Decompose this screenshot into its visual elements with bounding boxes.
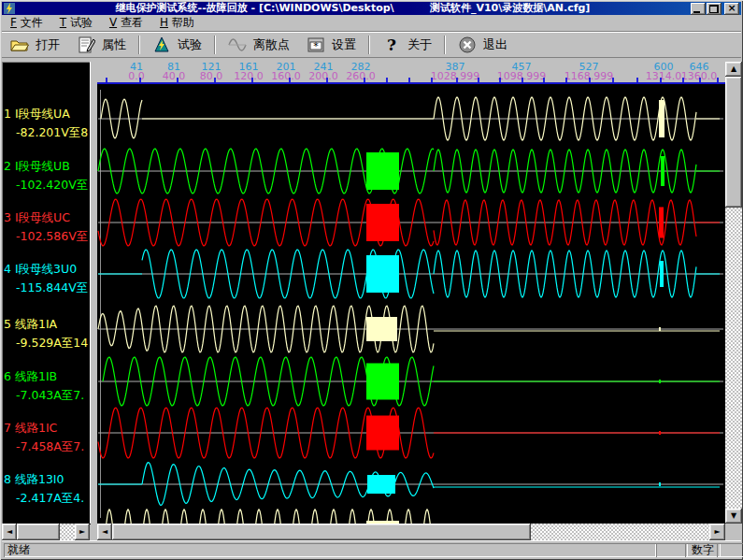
cursor-marker-bar bbox=[659, 482, 661, 486]
menu-item-file[interactable]: F 文件 bbox=[2, 15, 51, 31]
test-button[interactable]: 试验 bbox=[144, 34, 210, 56]
exit-label: 退出 bbox=[483, 36, 507, 53]
menu-bar: F 文件 T 试验 V 查看 H 帮助 bbox=[2, 15, 741, 32]
properties-icon bbox=[77, 36, 95, 54]
discrete-points-button[interactable]: 离散点 bbox=[220, 34, 298, 56]
ruler-time-label: 0.0 bbox=[128, 71, 145, 81]
ruler-tick bbox=[612, 78, 614, 82]
vertical-scrollbar[interactable]: ▲ ▼ bbox=[725, 62, 742, 524]
svg-text:*: * bbox=[313, 40, 319, 52]
discrete-points-icon bbox=[228, 36, 247, 54]
channel-range: -82.201V至8 bbox=[16, 123, 91, 142]
ruler-tick bbox=[589, 78, 591, 82]
channel-range: -115.844V至 bbox=[16, 279, 91, 297]
test-icon bbox=[152, 36, 171, 54]
channel-range: -9.529A至14 bbox=[16, 334, 91, 352]
open-folder-icon bbox=[10, 36, 29, 54]
ruler-tick bbox=[478, 78, 479, 82]
toolbar-separator bbox=[214, 36, 216, 54]
properties-label: 属性 bbox=[102, 36, 126, 53]
menu-key: V bbox=[109, 16, 117, 29]
channel-label: 2 Ⅰ段母线UB-102.420V至 bbox=[4, 157, 91, 194]
toolbar: 打开 属性 试验 离散点 * 设置 bbox=[2, 32, 741, 58]
arrow-right-icon: ► bbox=[79, 528, 85, 536]
scroll-left-button[interactable]: ◄ bbox=[97, 524, 112, 540]
ruler-tick bbox=[660, 78, 662, 82]
ruler-tick bbox=[543, 78, 545, 82]
scroll-up-button[interactable]: ▲ bbox=[725, 62, 742, 77]
label-panel-scrollbar[interactable]: ◄ ► bbox=[2, 524, 90, 540]
scroll-down-button[interactable]: ▼ bbox=[725, 509, 742, 524]
menu-key: T bbox=[60, 16, 66, 29]
ruler-time-label: 120.0 bbox=[234, 71, 264, 81]
toolbar-separator bbox=[444, 36, 446, 54]
channel-label-panel: 1 Ⅰ段母线UA-82.201V至82 Ⅰ段母线UB-102.420V至3 Ⅰ段… bbox=[2, 62, 91, 524]
ruler-tick bbox=[214, 78, 216, 82]
channel-label: 1 Ⅰ段母线UA-82.201V至8 bbox=[4, 105, 91, 142]
ruler-tick bbox=[499, 78, 501, 82]
status-panel-2 bbox=[717, 543, 743, 557]
about-label: 关于 bbox=[407, 36, 432, 53]
restore-icon bbox=[709, 5, 719, 13]
arrow-left-icon: ◄ bbox=[102, 528, 107, 536]
menu-item-view[interactable]: V 查看 bbox=[101, 15, 151, 31]
exit-button[interactable]: 退出 bbox=[450, 34, 516, 56]
channel-label: 3 Ⅰ段母线UC-102.586V至 bbox=[4, 208, 91, 246]
close-button[interactable]: × bbox=[724, 3, 739, 15]
properties-button[interactable]: 属性 bbox=[68, 34, 135, 56]
cursor-marker-bar bbox=[661, 156, 664, 186]
channel-name: 7 线路1IC bbox=[4, 419, 91, 438]
status-panel-1 bbox=[656, 543, 688, 557]
channel-name: 5 线路1IA bbox=[4, 315, 91, 334]
channel-label: 7 线路1IC-7.458A至7. bbox=[4, 419, 91, 456]
open-button[interactable]: 打开 bbox=[2, 34, 68, 56]
ruler-tick bbox=[106, 78, 107, 82]
menu-item-help[interactable]: H 帮助 bbox=[151, 15, 203, 31]
ruler-tick bbox=[364, 78, 365, 82]
menu-item-test[interactable]: T 试验 bbox=[51, 15, 101, 31]
ruler-tick bbox=[565, 78, 567, 82]
ruler-tick bbox=[289, 78, 291, 82]
ruler-tick bbox=[456, 78, 458, 82]
label-scroll-thumb[interactable] bbox=[17, 524, 60, 540]
scrollbar-corner bbox=[725, 524, 742, 540]
channel-marker-square bbox=[366, 416, 399, 451]
waveform-scrollbar[interactable]: ◄ ► bbox=[97, 524, 725, 540]
ruler-time-label: 80.0 bbox=[200, 71, 223, 81]
channel-label: 8 线路13I0-2.417A至4. bbox=[4, 470, 91, 508]
ruler-time-label: 1314.0 bbox=[646, 71, 682, 81]
channel-name: 8 线路13I0 bbox=[4, 470, 91, 489]
restore-button[interactable] bbox=[707, 3, 722, 15]
ruler-time-label: 160.0 bbox=[271, 71, 301, 81]
cursor-marker-bar bbox=[659, 431, 661, 435]
about-icon: ? bbox=[382, 36, 401, 54]
arrow-left-icon: ◄ bbox=[7, 528, 12, 536]
ruler-tick bbox=[699, 78, 701, 82]
vertical-scroll-thumb[interactable] bbox=[725, 77, 742, 208]
about-button[interactable]: ? 关于 bbox=[374, 34, 440, 56]
channel-name: 1 Ⅰ段母线UA bbox=[4, 105, 91, 123]
scroll-right-button[interactable]: ► bbox=[709, 524, 725, 540]
toolbar-separator bbox=[138, 36, 140, 54]
minimize-button[interactable] bbox=[691, 3, 706, 15]
arrow-right-icon: ► bbox=[714, 528, 720, 536]
scroll-left-button[interactable]: ◄ bbox=[2, 524, 17, 540]
ruler-tick bbox=[326, 78, 328, 82]
channel-marker-square bbox=[366, 255, 399, 293]
menu-label: 试验 bbox=[70, 16, 93, 29]
settings-label: 设置 bbox=[332, 36, 356, 53]
channel-range: -102.586V至 bbox=[16, 227, 91, 246]
window-title: 继电保护测试系统--故障回放 - [C:\WINDOWS\Desktop\ 测试… bbox=[15, 2, 691, 15]
channel-range: -102.420V至 bbox=[16, 176, 91, 194]
ruler-time-label: 40.0 bbox=[163, 71, 186, 81]
settings-button[interactable]: * 设置 bbox=[298, 34, 364, 56]
scroll-right-button[interactable]: ► bbox=[75, 524, 90, 540]
channel-range: -7.043A至7. bbox=[16, 386, 91, 405]
close-icon: × bbox=[727, 4, 736, 13]
ruler-tick bbox=[431, 78, 433, 82]
ruler: 410.08140.012180.0161120.0201160.0241200… bbox=[97, 62, 725, 84]
waveform-scroll-thumb[interactable] bbox=[112, 524, 531, 540]
ruler-tick bbox=[139, 78, 141, 82]
ruler-tick bbox=[251, 78, 253, 82]
arrow-up-icon: ▲ bbox=[731, 65, 736, 73]
